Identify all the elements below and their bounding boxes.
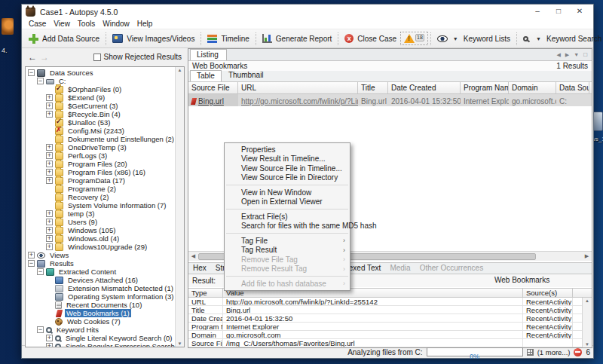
scroll-up-icon[interactable]: ▲	[178, 68, 182, 72]
tree-item-web-bookmarks-1[interactable]: Web Bookmarks (1)	[26, 309, 174, 317]
result-column-header-source-s[interactable]: Source(s)	[523, 289, 573, 297]
more-tasks-link[interactable]: (1 more...)	[537, 348, 571, 356]
show-rejected-checkbox[interactable]	[93, 54, 101, 61]
generate-report-button[interactable]: Generate Report	[259, 32, 336, 44]
tree-item-single-literal-keyword-search-0[interactable]: +Single Literal Keyword Search (0)	[26, 334, 174, 342]
column-header-date-created[interactable]: Date Created	[388, 82, 461, 93]
menu-item-view-in-new-window[interactable]: View in New Window	[225, 188, 350, 197]
column-header-domain[interactable]: Domain	[509, 82, 556, 93]
menu-help[interactable]: Help	[133, 20, 157, 28]
expand-icon[interactable]: +	[28, 252, 35, 258]
menu-item-view-source-file-in-directory[interactable]: View Source File in Directory	[225, 173, 350, 183]
tree-item-programme-2[interactable]: Programme (2)	[26, 185, 174, 193]
tree-item-extend-9[interactable]: +$Extend (9)	[26, 93, 174, 102]
tree-item-program-files-x86-16[interactable]: +Program Files (x86) (16)	[26, 168, 174, 176]
maximize-button[interactable]: □	[549, 6, 568, 17]
keyword-search-button[interactable]: ▼ Keyword Search	[519, 33, 603, 44]
tree-item-views[interactable]: +Views	[26, 251, 174, 259]
menu-item-open-in-external-viewer[interactable]: Open in External Viewer	[225, 197, 350, 207]
keyword-lists-button[interactable]: ▼ Keyword Lists	[433, 33, 514, 44]
tree-item-temp-3[interactable]: +temp (3)	[26, 210, 174, 218]
tree-item-users-9[interactable]: +Users (9)	[26, 218, 174, 226]
add-data-source-button[interactable]: Add Data Source	[25, 32, 103, 45]
tree-item-unalloc-53[interactable]: ✓$Unalloc (53)	[26, 118, 174, 127]
tab-scroll-left-icon[interactable]: ◀	[556, 52, 560, 58]
expand-icon[interactable]: +	[46, 343, 53, 347]
ingest-messages-button[interactable]: 18	[400, 32, 428, 45]
ingest-errors-icon[interactable]	[574, 348, 582, 356]
tab-table[interactable]: Table	[190, 70, 222, 81]
collapse-icon[interactable]: −	[37, 326, 44, 333]
menu-case[interactable]: Case	[25, 20, 50, 28]
expand-icon[interactable]: +	[46, 169, 53, 176]
result-row-url[interactable]: URLhttp://go.microsoft.com/fwlink/p/?Lin…	[188, 298, 592, 306]
menu-item-view-source-file-in-timeline[interactable]: View Source File in Timeline...	[225, 164, 350, 173]
column-header-title[interactable]: Title	[358, 82, 388, 93]
forward-arrow-button[interactable]: →	[40, 53, 49, 62]
tree-item-recent-documents-10[interactable]: Recent Documents (10)	[26, 301, 174, 309]
expand-icon[interactable]: +	[46, 152, 53, 159]
desktop-icon[interactable]	[592, 112, 603, 131]
menu-item-properties[interactable]: Properties	[225, 145, 350, 154]
timeline-button[interactable]: Timeline	[204, 32, 253, 44]
desktop-icon[interactable]	[2, 18, 14, 35]
result-table-scrollbar[interactable]: ▲ ▼	[582, 298, 592, 347]
tab-listing[interactable]: Listing	[190, 49, 227, 60]
tree-item-system-volume-information-7[interactable]: System Volume Information (7)	[26, 201, 174, 210]
tree-item-windows10upgrade-29[interactable]: +Windows10Upgrade (29)	[26, 243, 174, 251]
expand-icon[interactable]: +	[46, 144, 53, 151]
tree-item-getcurrent-3[interactable]: +$GetCurrent (3)	[26, 102, 174, 110]
collapse-icon[interactable]: −	[37, 268, 44, 275]
menu-view[interactable]: View	[50, 20, 74, 28]
tree-item-keyword-hits[interactable]: −Keyword Hits	[26, 326, 174, 334]
tree-item-devices-attached-16[interactable]: Devices Attached (16)	[26, 276, 174, 284]
tab-hex[interactable]: Hex	[188, 263, 211, 274]
tasks-grid-icon[interactable]	[527, 349, 534, 356]
result-row-source-file-path[interactable]: Source File Path/img_C:/Users/thomas/Fav…	[188, 339, 592, 347]
tree-item-config-msi-2243[interactable]: ✗Config.Msi (2243)	[26, 127, 174, 135]
scroll-right-icon[interactable]: ▶	[582, 252, 592, 261]
menu-item-tag-result[interactable]: Tag Result›	[225, 246, 350, 255]
expand-icon[interactable]: +	[46, 111, 53, 118]
menu-window[interactable]: Window	[99, 20, 133, 28]
collapse-icon[interactable]: −	[37, 78, 44, 84]
tree-item-extension-mismatch-detected-1[interactable]: Extension Mismatch Detected (1)	[26, 284, 174, 292]
tree-item-extracted-content[interactable]: −Extracted Content	[26, 268, 174, 276]
menu-item-extract-file-s[interactable]: Extract File(s)	[225, 212, 350, 222]
tree-item-programdata-17[interactable]: +ProgramData (17)	[26, 176, 174, 185]
tree-item-windows-105[interactable]: +Windows (105)	[26, 226, 174, 234]
tab-list-dropdown-icon[interactable]: ▼	[574, 52, 579, 57]
column-header-tags[interactable]: Tags	[589, 82, 592, 93]
tree-item-data-sources[interactable]: −Data Sources	[26, 69, 174, 77]
scroll-down-icon[interactable]: ▼	[178, 341, 182, 346]
maximize-panel-icon[interactable]: □	[583, 51, 587, 58]
collapse-icon[interactable]: −	[28, 260, 35, 267]
minimize-button[interactable]: –	[528, 6, 547, 17]
listing-row[interactable]: Bing.urlhttp://go.microsoft.com/fwlink/p…	[188, 94, 592, 106]
tree-item-recycle-bin-4[interactable]: +$Recycle.Bin (4)	[26, 110, 174, 118]
tree-item-c[interactable]: −C:	[26, 77, 174, 85]
back-arrow-button[interactable]: ←	[28, 53, 37, 62]
result-row-title[interactable]: TitleBing.urlRecentActivity	[188, 306, 592, 314]
column-header-data-source[interactable]: Data Source	[556, 82, 589, 93]
result-column-header-type[interactable]: Type	[188, 289, 223, 297]
tree-item-windows-old-4[interactable]: +Windows.old (4)	[26, 234, 174, 243]
tree-scrollbar[interactable]: ▲ ▼	[175, 67, 184, 347]
column-header-url[interactable]: URL	[238, 82, 358, 93]
scroll-up-icon[interactable]: ▲	[585, 298, 589, 303]
tab-scroll-right-icon[interactable]: ▶	[565, 52, 569, 58]
result-row-domain[interactable]: Domaingo.microsoft.comRecentActivity	[188, 331, 592, 339]
close-case-button[interactable]: xClose Case	[341, 32, 400, 44]
expand-icon[interactable]: +	[46, 102, 53, 109]
close-button[interactable]: ✕	[570, 6, 589, 17]
tree-item-web-cookies-7[interactable]: Web Cookies (7)	[26, 317, 174, 326]
collapse-icon[interactable]: −	[28, 69, 35, 76]
tree-item-orphanfiles-0[interactable]: ✓$OrphanFiles (0)	[26, 85, 174, 93]
view-images-videos-button[interactable]: View Images/Videos	[109, 32, 198, 44]
scroll-down-icon[interactable]: ▼	[585, 342, 589, 347]
tree-item-dokumente-und-einstellungen-2[interactable]: Dokumente und Einstellungen (2)	[26, 135, 174, 143]
tree-item-results[interactable]: −Results	[26, 259, 174, 268]
column-header-program-name[interactable]: Program Name	[461, 82, 509, 93]
tree-item-program-files-20[interactable]: +Program Files (20)	[26, 160, 174, 168]
scroll-left-icon[interactable]: ◀	[188, 252, 198, 261]
